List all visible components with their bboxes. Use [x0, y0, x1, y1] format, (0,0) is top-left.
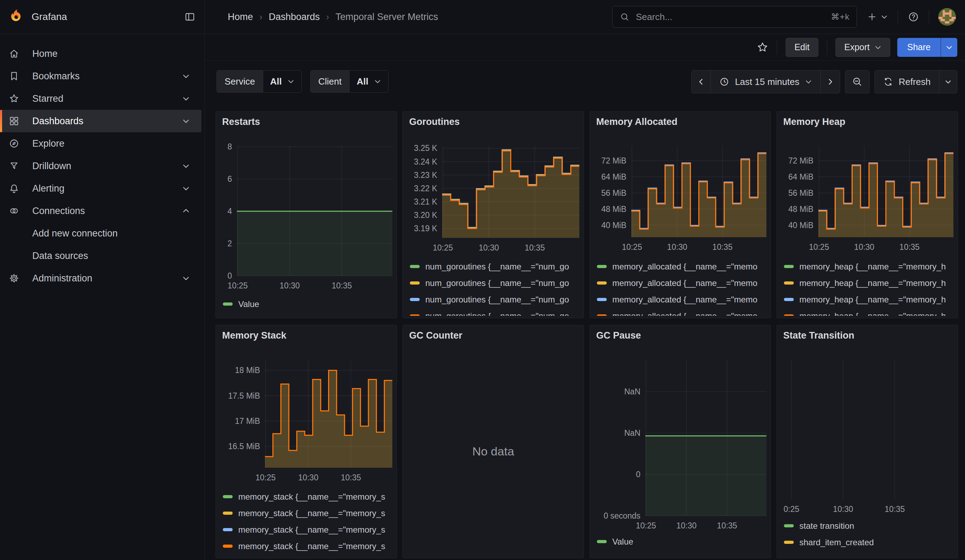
- y-axis-tick-label: 40 MiB: [601, 221, 626, 230]
- help-icon[interactable]: [908, 11, 919, 23]
- chart-canvas[interactable]: 0246810:2510:3010:35: [216, 112, 396, 318]
- x-axis-tick-label: 10:25: [636, 521, 656, 530]
- chevron-down-icon: [288, 78, 294, 85]
- x-axis-tick-label: 10:35: [717, 521, 737, 530]
- legend-swatch: [784, 265, 794, 268]
- dashboard-grid: Restarts0246810:2510:3010:35ValueGorouti…: [216, 111, 958, 558]
- legend-item[interactable]: num_goroutines {__name__="num_go: [410, 275, 581, 291]
- panel-title[interactable]: Restarts: [222, 116, 260, 127]
- sidebar-item-dashboards[interactable]: Dashboards: [0, 110, 201, 132]
- legend-item[interactable]: memory_heap {__name__="memory_h: [784, 275, 955, 291]
- legend-item[interactable]: memory_stack {__name__="memory_s: [223, 505, 394, 521]
- dock-menu-icon[interactable]: [185, 11, 195, 22]
- panel-title[interactable]: Goroutines: [409, 116, 460, 127]
- legend-item[interactable]: memory_stack {__name__="memory_s: [223, 488, 394, 505]
- y-axis-tick-label: 0: [636, 470, 640, 479]
- sidebar-item-alerting[interactable]: Alerting: [0, 177, 201, 200]
- legend-label: shard_item_created: [799, 537, 874, 547]
- search-shortcut: ⌘+k: [831, 12, 850, 22]
- panel-gc-counter: GC CounterNo data: [402, 325, 584, 558]
- y-axis-tick-label: 18 MiB: [235, 366, 260, 375]
- grafana-logo-icon[interactable]: [9, 9, 24, 25]
- add-icon[interactable]: [867, 11, 877, 22]
- legend-item[interactable]: num_goroutines {__name__="num_go: [410, 258, 581, 275]
- search-box[interactable]: ⌘+k: [612, 6, 857, 28]
- share-menu-chevron-icon[interactable]: [940, 38, 957, 57]
- star-dashboard-icon[interactable]: [757, 41, 769, 53]
- time-range-label: Last 15 minutes: [735, 77, 799, 87]
- sidebar-item-bookmarks[interactable]: Bookmarks: [0, 65, 201, 87]
- chevron-down-icon[interactable]: [180, 117, 191, 125]
- legend-item[interactable]: memory_heap {__name__="memory_h: [784, 308, 955, 316]
- legend-item[interactable]: memory_allocated {__name__="memo: [597, 258, 769, 275]
- panel-title[interactable]: GC Pause: [596, 330, 641, 341]
- refresh-label: Refresh: [899, 77, 931, 87]
- chevron-down-icon[interactable]: [180, 162, 191, 170]
- sidebar-item-label: Dashboards: [32, 116, 83, 127]
- breadcrumb-dashboards[interactable]: Dashboards: [269, 11, 320, 23]
- legend-item[interactable]: memory_heap {__name__="memory_h: [784, 291, 955, 308]
- breadcrumb-home[interactable]: Home: [228, 11, 253, 23]
- avatar[interactable]: [938, 8, 956, 26]
- chevron-down-icon: [875, 44, 882, 51]
- x-axis-tick-label: 10:30: [298, 473, 319, 482]
- sidebar-item-drilldown[interactable]: Drilldown: [0, 155, 201, 177]
- legend-swatch: [410, 281, 420, 284]
- legend-item[interactable]: shard_item_created: [784, 534, 955, 550]
- panel-title[interactable]: GC Counter: [409, 330, 463, 341]
- time-shift-forward-icon[interactable]: [820, 70, 840, 93]
- sidebar-item-home[interactable]: Home: [0, 42, 201, 65]
- chevron-down-icon[interactable]: [881, 13, 888, 20]
- legend-item[interactable]: num_goroutines {__name__="num_go: [410, 308, 581, 316]
- panel-title[interactable]: State Transition: [783, 330, 854, 341]
- time-range-picker[interactable]: Last 15 minutes: [711, 70, 820, 93]
- legend-item[interactable]: state transition: [784, 518, 955, 534]
- sidebar-item-connections[interactable]: Connections: [0, 200, 201, 222]
- chevron-down-icon[interactable]: [180, 184, 191, 192]
- sidebar-item-explore[interactable]: Explore: [0, 132, 201, 155]
- legend-item[interactable]: Value: [597, 533, 769, 550]
- refresh-interval-chevron-icon[interactable]: [939, 70, 957, 93]
- sidebar-item-administration[interactable]: Administration: [0, 267, 201, 289]
- sidebar-item-starred[interactable]: Starred: [0, 87, 201, 110]
- share-button[interactable]: Share: [897, 38, 957, 57]
- legend-label: memory_allocated {__name__="memo: [612, 278, 757, 288]
- chart-canvas[interactable]: 0 seconds0NaNNaN10:2510:3010:35: [590, 325, 770, 558]
- chevron-down-icon[interactable]: [180, 95, 191, 103]
- legend-item[interactable]: memory_heap {__name__="memory_h: [784, 258, 955, 275]
- sidebar-item-add-new-connection[interactable]: Add new connection: [0, 222, 204, 245]
- client-variable-value[interactable]: All: [349, 70, 388, 92]
- search-input[interactable]: [635, 11, 831, 23]
- export-button[interactable]: Export: [836, 38, 890, 57]
- sidebar-item-data-sources[interactable]: Data sources: [0, 245, 204, 267]
- chevron-up-icon[interactable]: [180, 207, 191, 215]
- chevron-down-icon[interactable]: [180, 274, 191, 282]
- sidebar: Home Bookmarks Starred Dashboards Explor…: [0, 34, 204, 560]
- legend-swatch: [784, 298, 794, 301]
- service-variable-value[interactable]: All: [263, 70, 301, 92]
- legend-swatch: [410, 314, 420, 316]
- legend-item[interactable]: memory_stack {__name__="memory_s: [223, 538, 394, 554]
- refresh-button[interactable]: Refresh: [875, 70, 939, 93]
- legend-label: memory_allocated {__name__="memo: [612, 262, 757, 272]
- y-axis-tick-label: 0: [227, 271, 232, 280]
- x-axis-tick-label: 10:35: [712, 242, 733, 251]
- legend-item[interactable]: memory_allocated {__name__="memo: [597, 308, 769, 316]
- time-shift-back-icon[interactable]: [692, 70, 711, 93]
- sidebar-item-label: Explore: [32, 138, 65, 149]
- chevron-down-icon[interactable]: [180, 72, 191, 80]
- legend-item[interactable]: num_goroutines {__name__="num_go: [410, 291, 581, 308]
- x-axis-tick-label: 10:35: [900, 242, 920, 251]
- legend-item[interactable]: memory_allocated {__name__="memo: [597, 291, 769, 308]
- zoom-out-icon[interactable]: [846, 70, 869, 93]
- legend-item[interactable]: memory_stack {__name__="memory_s: [223, 521, 394, 538]
- panel-title[interactable]: Memory Stack: [222, 330, 286, 341]
- edit-button[interactable]: Edit: [786, 38, 818, 57]
- service-variable: Service All: [216, 70, 302, 93]
- panel-title[interactable]: Memory Allocated: [596, 116, 677, 127]
- share-button-label[interactable]: Share: [897, 38, 940, 57]
- x-axis-tick-label: 10:30: [854, 242, 875, 251]
- legend-item[interactable]: memory_allocated {__name__="memo: [597, 275, 769, 291]
- panel-title[interactable]: Memory Heap: [783, 116, 846, 127]
- legend-item[interactable]: Value: [223, 296, 394, 312]
